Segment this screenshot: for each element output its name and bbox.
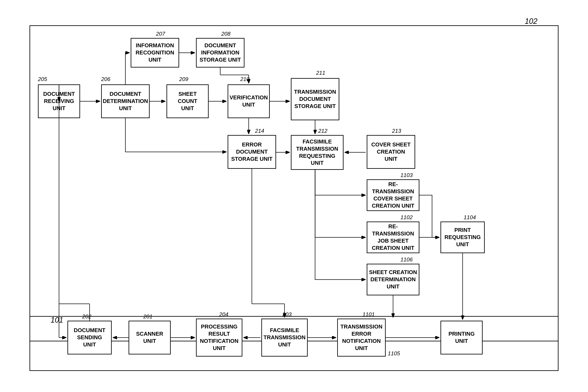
unit-212: FACSIMILETRANSMISSIONREQUESTING UNIT	[291, 135, 344, 170]
unit-1106: SHEET CREATIONDETERMINATIONUNIT	[367, 264, 419, 295]
unit-202: DOCUMENTSENDINGUNIT	[67, 321, 112, 354]
unit-206: DOCUMENTDETERMINATIONUNIT	[101, 84, 150, 118]
unit-211: TRANSMISSIONDOCUMENTSTORAGE UNIT	[291, 78, 339, 120]
label-1102: 1102	[400, 214, 413, 221]
unit-1102: RE-TRANSMISSIONJOB SHEETCREATION UNIT	[367, 222, 419, 253]
label-210: 210	[240, 76, 249, 82]
outer-box-102	[29, 25, 559, 341]
unit-1101: TRANSMISSIONERRORNOTIFICATIONUNIT	[337, 318, 386, 356]
label-205: 205	[38, 76, 47, 82]
unit-209: SHEETCOUNTUNIT	[167, 84, 209, 118]
unit-208: DOCUMENTINFORMATIONSTORAGE UNIT	[196, 38, 244, 68]
unit-204: PROCESSINGRESULTNOTIFICATIONUNIT	[196, 318, 242, 356]
label-214: 214	[255, 128, 264, 134]
unit-205: DOCUMENTRECEIVINGUNIT	[38, 84, 80, 118]
label-213: 213	[392, 128, 401, 134]
diagram-container: 102 101 DOCUMENTRECEIVINGUNIT 205 DOCUME…	[8, 13, 580, 384]
unit-201: SCANNERUNIT	[129, 321, 171, 354]
label-208: 208	[221, 30, 230, 37]
label-212: 212	[318, 128, 327, 134]
label-102: 102	[525, 17, 537, 26]
unit-213: COVER SHEETCREATIONUNIT	[367, 135, 415, 169]
unit-203: FACSIMILETRANSMISSIONUNIT	[261, 318, 308, 356]
unit-printing: PRINTINGUNIT	[440, 321, 483, 354]
label-203: 203	[282, 311, 291, 318]
label-101: 101	[51, 316, 63, 324]
label-206: 206	[101, 76, 110, 82]
label-207: 207	[156, 30, 165, 37]
label-1104: 1104	[464, 214, 476, 221]
label-201: 201	[143, 313, 152, 320]
unit-1104: PRINTREQUESTINGUNIT	[440, 222, 485, 253]
label-1103: 1103	[400, 172, 413, 178]
unit-207: INFORMATIONRECOGNITIONUNIT	[131, 38, 179, 68]
label-209: 209	[179, 76, 188, 82]
unit-214: ERRORDOCUMENTSTORAGE UNIT	[228, 135, 276, 169]
label-1105: 1105	[388, 350, 400, 357]
label-1106: 1106	[400, 256, 413, 263]
unit-210: VERIFICATIONUNIT	[228, 84, 270, 118]
label-1101: 1101	[363, 311, 375, 318]
label-204: 204	[219, 311, 228, 318]
label-211: 211	[316, 70, 325, 76]
unit-1103: RE-TRANSMISSIONCOVER SHEETCREATION UNIT	[367, 179, 419, 211]
label-202: 202	[82, 313, 91, 320]
